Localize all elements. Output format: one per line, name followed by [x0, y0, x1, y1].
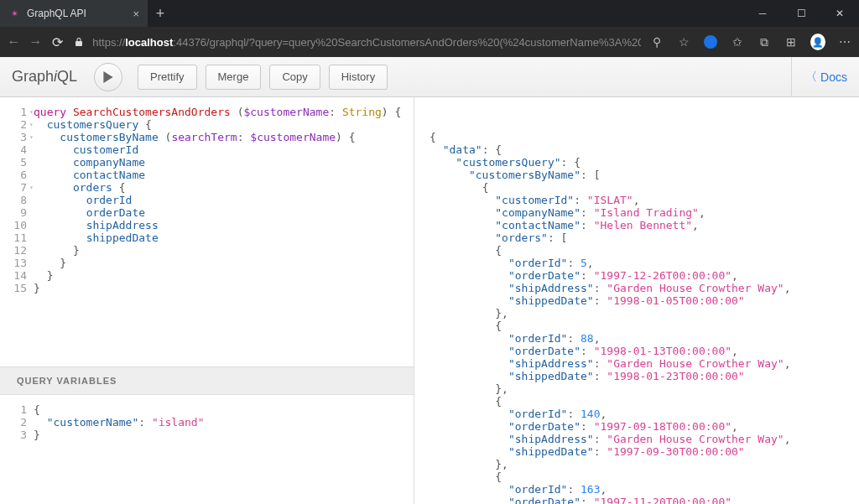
- line-number: 14: [0, 269, 27, 282]
- query-editor[interactable]: 1▾2▾3▾4567▾89101112131415 query SearchCu…: [0, 97, 414, 366]
- graphiql-logo: GraphiQL: [12, 68, 77, 86]
- favorites-icon[interactable]: ✩: [730, 34, 745, 49]
- new-tab-button[interactable]: +: [148, 0, 173, 27]
- blue-dot-icon[interactable]: [703, 34, 718, 49]
- line-number: 9: [0, 206, 27, 219]
- line-number: 2▾: [0, 118, 27, 131]
- line-number: 3: [0, 429, 27, 441]
- history-button[interactable]: History: [329, 65, 388, 90]
- forward-icon[interactable]: →: [29, 34, 42, 50]
- play-icon: [102, 71, 114, 83]
- browser-address-bar: ← → ⟳ https://localhost:44376/graphql/?q…: [0, 27, 859, 57]
- line-number: 5: [0, 156, 27, 169]
- line-number: 8: [0, 194, 27, 206]
- line-number: 11: [0, 231, 27, 244]
- lock-icon: [73, 35, 84, 49]
- line-number: 15: [0, 282, 27, 294]
- url-display[interactable]: https://localhost:44376/graphql/?query=q…: [92, 36, 641, 49]
- line-number: 4: [0, 143, 27, 156]
- more-icon[interactable]: ⋯: [837, 34, 852, 49]
- line-number: 12: [0, 244, 27, 257]
- query-variables-heading[interactable]: QUERY VARIABLES: [0, 367, 414, 395]
- chevron-left-icon: 〈: [805, 70, 817, 85]
- back-icon[interactable]: ←: [7, 34, 20, 50]
- maximize-icon[interactable]: ☐: [782, 0, 820, 27]
- result-viewer[interactable]: { "data": { "customersQuery": { "custome…: [414, 97, 859, 504]
- line-number: 1▾: [0, 106, 27, 118]
- line-number: 3▾: [0, 131, 27, 143]
- prettify-button[interactable]: Prettify: [138, 65, 196, 90]
- browser-tab[interactable]: ✴ GraphQL API ×: [0, 0, 148, 27]
- minimize-icon[interactable]: ─: [743, 0, 782, 27]
- extensions-icon[interactable]: ⊞: [784, 34, 799, 49]
- docs-button[interactable]: 〈 Docs: [805, 70, 847, 85]
- star-icon[interactable]: ☆: [676, 34, 691, 49]
- line-number: 13: [0, 257, 27, 269]
- line-number: 10: [0, 219, 27, 231]
- graphiql-toolbar: GraphiQL Prettify Merge Copy History 〈 D…: [0, 57, 859, 97]
- run-query-button[interactable]: [94, 63, 122, 91]
- graphql-favicon-icon: ✴: [8, 8, 20, 19]
- close-tab-icon[interactable]: ×: [133, 8, 139, 20]
- search-wand-icon[interactable]: ⚲: [649, 34, 664, 49]
- collections-icon[interactable]: ⧉: [757, 34, 772, 49]
- copy-button[interactable]: Copy: [269, 65, 320, 90]
- tab-title: GraphQL API: [27, 8, 126, 19]
- variables-editor[interactable]: 123 { "customerName": "island" }: [0, 395, 414, 504]
- line-number: 2: [0, 416, 27, 429]
- line-number: 6: [0, 169, 27, 181]
- profile-avatar[interactable]: 👤: [810, 34, 825, 49]
- line-number: 7▾: [0, 181, 27, 194]
- line-number: 1: [0, 403, 27, 416]
- browser-titlebar: ✴ GraphQL API × + ─ ☐ ✕: [0, 0, 859, 27]
- refresh-icon[interactable]: ⟳: [51, 34, 65, 50]
- close-window-icon[interactable]: ✕: [820, 0, 859, 27]
- merge-button[interactable]: Merge: [206, 65, 262, 90]
